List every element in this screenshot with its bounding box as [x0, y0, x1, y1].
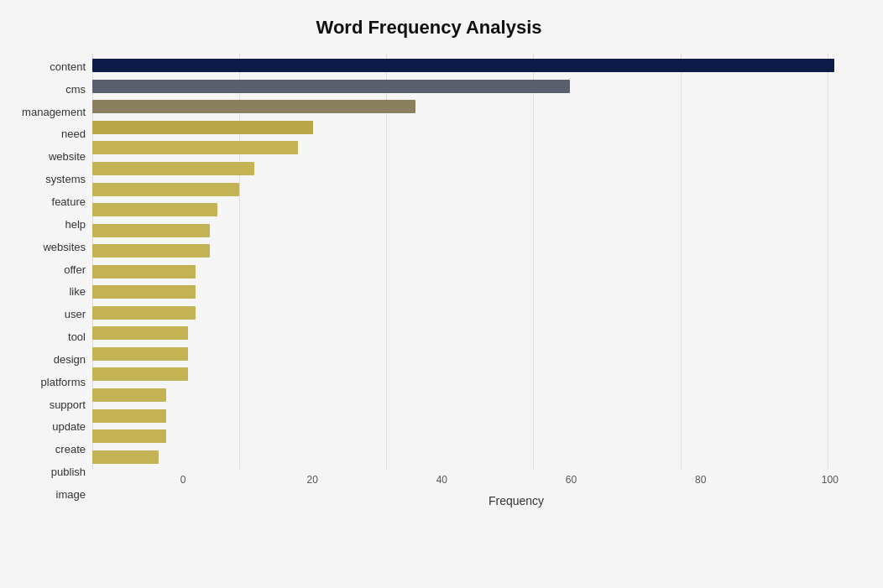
chart-container: Word Frequency Analysis contentcmsmanage… — [0, 0, 883, 588]
bar — [92, 224, 210, 237]
y-label: need — [61, 125, 86, 143]
bar — [92, 326, 188, 340]
bar-row — [92, 159, 849, 178]
bar-row — [92, 386, 849, 404]
y-axis-labels: contentcmsmanagementneedwebsitesystemsfe… — [8, 54, 92, 507]
grid-and-bars — [92, 54, 849, 469]
bar-row — [92, 56, 849, 75]
bar-row — [92, 118, 849, 137]
y-label: like — [69, 283, 86, 301]
bar — [92, 80, 570, 93]
bar-row — [92, 263, 849, 281]
bar — [92, 162, 254, 175]
x-axis-title: Frequency — [183, 494, 849, 507]
bar — [92, 183, 239, 196]
y-label: management — [22, 102, 86, 121]
x-tick-label: 60 — [566, 474, 577, 486]
x-tick-label: 20 — [306, 474, 317, 486]
bar-row — [92, 448, 849, 466]
bar-row — [92, 242, 849, 260]
y-label: image — [56, 485, 86, 503]
bar-row — [92, 345, 849, 363]
bar-row — [92, 283, 849, 301]
bars-section: 020406080100 Frequency — [92, 54, 849, 507]
y-label: support — [50, 395, 86, 414]
chart-area: contentcmsmanagementneedwebsitesystemsfe… — [8, 54, 849, 507]
y-label: help — [65, 215, 86, 233]
bar — [92, 306, 196, 320]
bar — [92, 450, 159, 464]
y-label: cms — [65, 80, 86, 98]
bar — [92, 265, 196, 278]
y-label: platforms — [41, 372, 86, 391]
bar — [92, 285, 196, 299]
bar-row — [92, 77, 849, 96]
bar — [92, 141, 298, 154]
bar — [92, 388, 166, 402]
bar — [92, 203, 217, 216]
y-label: user — [65, 305, 86, 324]
bar-row — [92, 221, 849, 240]
bar — [92, 367, 188, 381]
bar-row — [92, 304, 849, 322]
bar — [92, 409, 166, 423]
bar — [92, 429, 166, 443]
bar — [92, 121, 313, 134]
x-tick-label: 80 — [695, 474, 706, 486]
bar-row — [92, 200, 849, 219]
bar-row — [92, 180, 849, 199]
bar — [92, 244, 210, 258]
chart-title: Word Frequency Analysis — [8, 17, 849, 39]
y-label: content — [50, 57, 86, 75]
y-label: publish — [51, 463, 86, 481]
bar-row — [92, 365, 849, 383]
y-label: systems — [45, 170, 86, 189]
bar-row — [92, 138, 849, 157]
y-label: feature — [52, 192, 86, 211]
y-label: tool — [68, 328, 86, 346]
y-label: offer — [64, 260, 86, 278]
y-label: website — [49, 148, 86, 166]
y-label: update — [52, 418, 86, 436]
bottom-section: 020406080100 Frequency — [183, 469, 849, 507]
x-tick-label: 0 — [180, 474, 186, 486]
y-label: create — [55, 440, 86, 459]
bar — [92, 59, 834, 72]
bar-row — [92, 97, 849, 116]
bar — [92, 100, 415, 113]
x-tick-label: 40 — [436, 474, 447, 486]
bar-row — [92, 324, 849, 342]
y-label: websites — [43, 237, 86, 256]
bar-row — [92, 407, 849, 425]
y-label: design — [54, 350, 86, 368]
x-tick-label: 100 — [822, 474, 839, 486]
bar — [92, 347, 188, 361]
bar-row — [92, 427, 849, 445]
